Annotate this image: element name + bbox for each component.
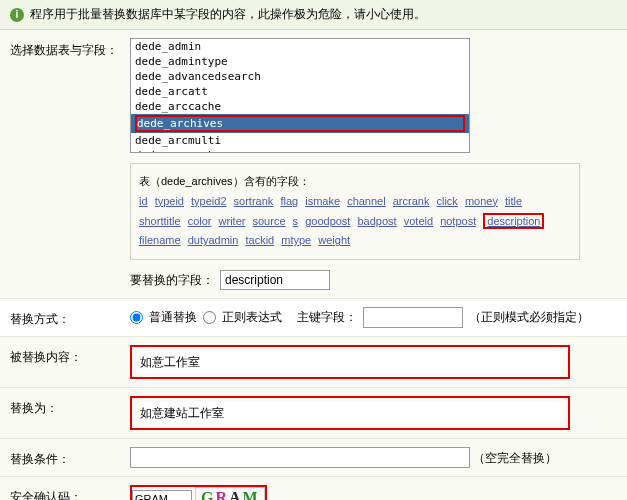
field-link[interactable]: mtype (281, 234, 311, 246)
mode-regex-radio[interactable] (203, 311, 216, 324)
condition-label: 替换条件： (10, 447, 120, 468)
captcha-section: 安全确认码： GR AM (0, 477, 627, 500)
captcha-label: 安全确认码： (10, 485, 120, 500)
warning-text: 程序用于批量替换数据库中某字段的内容，此操作极为危险，请小心使用。 (30, 6, 426, 23)
mode-normal-radio[interactable] (130, 311, 143, 324)
field-link[interactable]: shorttitle (139, 215, 181, 227)
from-label: 被替换内容： (10, 345, 120, 366)
field-link[interactable]: id (139, 195, 148, 207)
field-to-replace-label: 要替换的字段： (130, 272, 214, 289)
fields-list: id typeid typeid2 sortrank flag ismake c… (139, 192, 571, 251)
condition-note: （空完全替换） (473, 451, 557, 465)
to-section: 替换为： (0, 388, 627, 439)
field-link[interactable]: goodpost (305, 215, 350, 227)
fields-box: 表（dede_archives）含有的字段： id typeid typeid2… (130, 163, 580, 260)
field-link[interactable]: title (505, 195, 522, 207)
captcha-input[interactable] (132, 490, 192, 500)
field-link[interactable]: color (188, 215, 212, 227)
field-link[interactable]: filename (139, 234, 181, 246)
mode-section: 替换方式： 普通替换 正则表达式 主键字段： （正则模式必须指定） (0, 299, 627, 337)
from-highlight (130, 345, 570, 379)
field-link[interactable]: sortrank (234, 195, 274, 207)
table-select-label: 选择数据表与字段： (10, 38, 120, 59)
field-link[interactable]: typeid2 (191, 195, 226, 207)
to-label: 替换为： (10, 396, 120, 417)
field-link[interactable]: voteid (404, 215, 433, 227)
listbox-item[interactable]: dede_advancedsearch (131, 69, 469, 84)
field-link[interactable]: weight (318, 234, 350, 246)
condition-section: 替换条件： （空完全替换） (0, 439, 627, 477)
info-icon: i (10, 8, 24, 22)
field-link[interactable]: click (436, 195, 457, 207)
from-section: 被替换内容： (0, 337, 627, 388)
field-link[interactable]: badpost (357, 215, 396, 227)
keyfield-label: 主键字段： (297, 309, 357, 326)
listbox-item[interactable]: dede_admintype (131, 54, 469, 69)
listbox-item[interactable]: dede_arcatt (131, 84, 469, 99)
keyfield-input[interactable] (363, 307, 463, 328)
from-input[interactable] (136, 351, 564, 373)
captcha-highlight: GR AM (130, 485, 267, 500)
field-link[interactable]: writer (219, 215, 246, 227)
table-listbox[interactable]: dede_admindede_admintypedede_advancedsea… (130, 38, 470, 153)
to-highlight (130, 396, 570, 430)
field-link[interactable]: ismake (305, 195, 340, 207)
captcha-image[interactable]: GR AM (195, 487, 265, 500)
mode-label: 替换方式： (10, 307, 120, 328)
table-select-section: 选择数据表与字段： dede_admindede_admintypedede_a… (0, 30, 627, 299)
field-to-replace-input[interactable] (220, 270, 330, 290)
listbox-item[interactable]: dede_arcrank (131, 148, 469, 153)
listbox-item[interactable]: dede_arccache (131, 99, 469, 114)
to-input[interactable] (136, 402, 564, 424)
listbox-item[interactable]: dede_admin (131, 39, 469, 54)
listbox-item[interactable]: dede_arcmulti (131, 133, 469, 148)
field-link[interactable]: arcrank (393, 195, 430, 207)
field-link[interactable]: channel (347, 195, 386, 207)
field-link[interactable]: typeid (155, 195, 184, 207)
field-link[interactable]: description (483, 213, 544, 229)
warning-bar: i 程序用于批量替换数据库中某字段的内容，此操作极为危险，请小心使用。 (0, 0, 627, 30)
field-link[interactable]: flag (280, 195, 298, 207)
field-link[interactable]: tackid (245, 234, 274, 246)
field-link[interactable]: s (293, 215, 299, 227)
field-link[interactable]: dutyadmin (188, 234, 239, 246)
field-link[interactable]: notpost (440, 215, 476, 227)
mode-regex-label: 正则表达式 (222, 309, 282, 326)
condition-input[interactable] (130, 447, 470, 468)
listbox-item[interactable]: dede_archives (131, 114, 469, 133)
field-link[interactable]: source (253, 215, 286, 227)
mode-note: （正则模式必须指定） (469, 309, 589, 326)
field-link[interactable]: money (465, 195, 498, 207)
mode-normal-label: 普通替换 (149, 309, 197, 326)
fields-title: 表（dede_archives）含有的字段： (139, 172, 571, 192)
